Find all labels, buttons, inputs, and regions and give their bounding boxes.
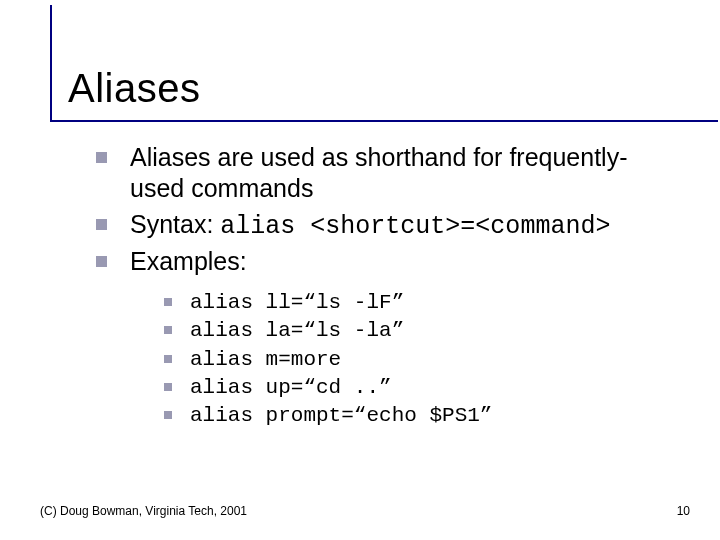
bullet-item: Syntax: alias <shortcut>=<command>: [96, 209, 660, 242]
example-item: alias prompt=“echo $PS1”: [164, 402, 660, 430]
example-list: alias ll=“ls -lF” alias la=“ls -la” alia…: [164, 289, 660, 431]
bullet-text: Examples:: [130, 247, 247, 275]
slide-body: Aliases are used as shorthand for freque…: [96, 142, 660, 431]
bullet-text-code: alias <shortcut>=<command>: [220, 212, 610, 241]
example-item: alias m=more: [164, 346, 660, 374]
title-horizontal-rule: [50, 120, 718, 122]
bullet-item: Aliases are used as shorthand for freque…: [96, 142, 660, 205]
title-block: Aliases: [68, 60, 680, 108]
example-item: alias ll=“ls -lF”: [164, 289, 660, 317]
example-item: alias up=“cd ..”: [164, 374, 660, 402]
example-item: alias la=“ls -la”: [164, 317, 660, 345]
bullet-text-prefix: Syntax:: [130, 210, 220, 238]
slide-title: Aliases: [68, 60, 680, 108]
footer-copyright: (C) Doug Bowman, Virginia Tech, 2001: [40, 504, 247, 518]
bullet-text: Aliases are used as shorthand for freque…: [130, 143, 628, 202]
slide: Aliases Aliases are used as shorthand fo…: [0, 0, 720, 540]
title-vertical-rule: [50, 5, 52, 120]
bullet-item: Examples: alias ll=“ls -lF” alias la=“ls…: [96, 246, 660, 431]
bullet-list: Aliases are used as shorthand for freque…: [96, 142, 660, 431]
footer-page-number: 10: [677, 504, 690, 518]
